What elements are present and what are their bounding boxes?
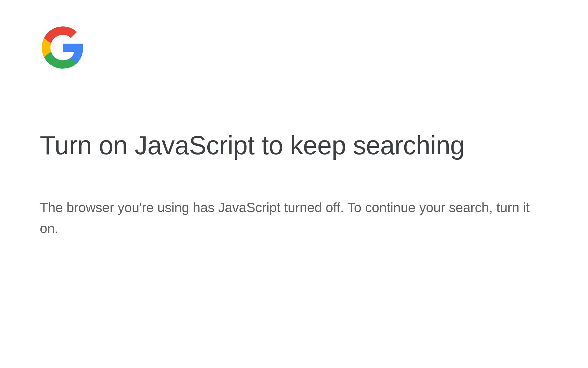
error-page-container: Turn on JavaScript to keep searching The…	[0, 0, 588, 263]
page-body-text: The browser you're using has JavaScript …	[40, 197, 548, 239]
page-heading: Turn on JavaScript to keep searching	[40, 127, 548, 163]
google-logo-icon	[40, 25, 548, 72]
